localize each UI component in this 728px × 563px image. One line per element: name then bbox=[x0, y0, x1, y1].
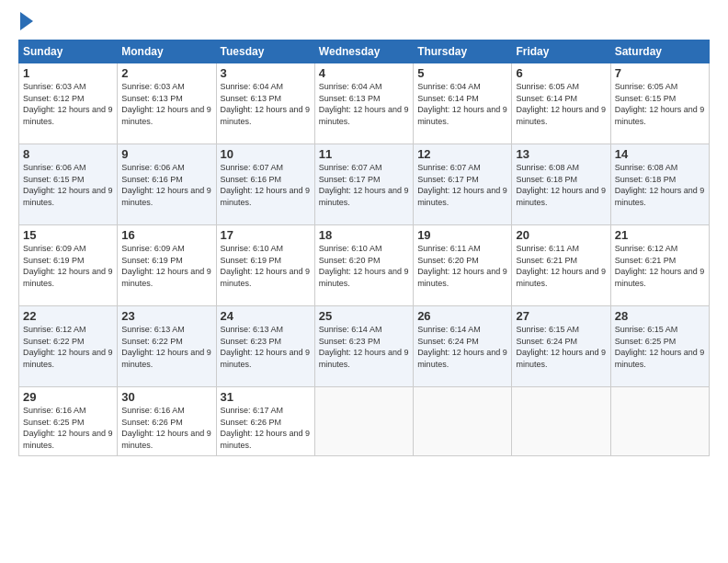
day-info: Sunrise: 6:07 AM Sunset: 6:16 PM Dayligh… bbox=[221, 162, 311, 208]
day-number: 6 bbox=[516, 66, 606, 80]
calendar-cell: 19Sunrise: 6:11 AM Sunset: 6:20 PM Dayli… bbox=[414, 225, 512, 306]
header bbox=[18, 14, 710, 30]
calendar-cell: 1Sunrise: 6:03 AM Sunset: 6:12 PM Daylig… bbox=[19, 63, 118, 144]
day-number: 20 bbox=[516, 228, 606, 242]
day-info: Sunrise: 6:04 AM Sunset: 6:13 PM Dayligh… bbox=[319, 81, 409, 127]
day-number: 26 bbox=[417, 309, 507, 323]
calendar-cell: 26Sunrise: 6:14 AM Sunset: 6:24 PM Dayli… bbox=[414, 306, 512, 387]
calendar-table: SundayMondayTuesdayWednesdayThursdayFrid… bbox=[18, 40, 710, 456]
calendar-cell: 13Sunrise: 6:08 AM Sunset: 6:18 PM Dayli… bbox=[512, 144, 610, 225]
calendar-cell: 15Sunrise: 6:09 AM Sunset: 6:19 PM Dayli… bbox=[19, 225, 118, 306]
day-info: Sunrise: 6:06 AM Sunset: 6:15 PM Dayligh… bbox=[23, 162, 113, 208]
calendar-cell bbox=[610, 387, 709, 456]
weekday-header-thursday: Thursday bbox=[414, 40, 512, 63]
calendar-cell: 29Sunrise: 6:16 AM Sunset: 6:25 PM Dayli… bbox=[19, 387, 118, 456]
day-info: Sunrise: 6:10 AM Sunset: 6:20 PM Dayligh… bbox=[319, 243, 409, 289]
day-number: 28 bbox=[615, 309, 705, 323]
day-number: 4 bbox=[319, 66, 409, 80]
calendar-week-3: 15Sunrise: 6:09 AM Sunset: 6:19 PM Dayli… bbox=[19, 225, 710, 306]
day-info: Sunrise: 6:07 AM Sunset: 6:17 PM Dayligh… bbox=[319, 162, 409, 208]
weekday-header-row: SundayMondayTuesdayWednesdayThursdayFrid… bbox=[19, 40, 710, 63]
calendar-cell: 20Sunrise: 6:11 AM Sunset: 6:21 PM Dayli… bbox=[512, 225, 610, 306]
day-number: 21 bbox=[615, 228, 705, 242]
day-number: 19 bbox=[417, 228, 507, 242]
weekday-header-wednesday: Wednesday bbox=[314, 40, 413, 63]
calendar-cell: 23Sunrise: 6:13 AM Sunset: 6:22 PM Dayli… bbox=[118, 306, 216, 387]
day-number: 10 bbox=[221, 147, 311, 161]
day-number: 12 bbox=[417, 147, 507, 161]
calendar-cell: 16Sunrise: 6:09 AM Sunset: 6:19 PM Dayli… bbox=[118, 225, 216, 306]
logo-arrow-icon bbox=[20, 12, 33, 30]
calendar-cell bbox=[314, 387, 413, 456]
calendar-cell: 25Sunrise: 6:14 AM Sunset: 6:23 PM Dayli… bbox=[314, 306, 413, 387]
day-number: 27 bbox=[516, 309, 606, 323]
day-info: Sunrise: 6:04 AM Sunset: 6:13 PM Dayligh… bbox=[221, 81, 311, 127]
day-number: 25 bbox=[319, 309, 409, 323]
day-info: Sunrise: 6:03 AM Sunset: 6:13 PM Dayligh… bbox=[121, 81, 211, 127]
weekday-header-friday: Friday bbox=[512, 40, 610, 63]
day-number: 15 bbox=[23, 228, 113, 242]
calendar-cell: 6Sunrise: 6:05 AM Sunset: 6:14 PM Daylig… bbox=[512, 63, 610, 144]
calendar-cell: 31Sunrise: 6:17 AM Sunset: 6:26 PM Dayli… bbox=[216, 387, 314, 456]
calendar-cell: 30Sunrise: 6:16 AM Sunset: 6:26 PM Dayli… bbox=[118, 387, 216, 456]
weekday-header-sunday: Sunday bbox=[19, 40, 118, 63]
calendar-cell: 9Sunrise: 6:06 AM Sunset: 6:16 PM Daylig… bbox=[118, 144, 216, 225]
day-info: Sunrise: 6:13 AM Sunset: 6:23 PM Dayligh… bbox=[221, 324, 311, 370]
day-info: Sunrise: 6:12 AM Sunset: 6:22 PM Dayligh… bbox=[23, 324, 113, 370]
calendar-cell: 11Sunrise: 6:07 AM Sunset: 6:17 PM Dayli… bbox=[314, 144, 413, 225]
day-number: 1 bbox=[23, 66, 113, 80]
calendar-week-4: 22Sunrise: 6:12 AM Sunset: 6:22 PM Dayli… bbox=[19, 306, 710, 387]
day-number: 29 bbox=[23, 390, 113, 404]
day-info: Sunrise: 6:16 AM Sunset: 6:26 PM Dayligh… bbox=[121, 405, 211, 451]
day-info: Sunrise: 6:15 AM Sunset: 6:25 PM Dayligh… bbox=[615, 324, 705, 370]
day-number: 31 bbox=[221, 390, 311, 404]
day-info: Sunrise: 6:09 AM Sunset: 6:19 PM Dayligh… bbox=[23, 243, 113, 289]
day-number: 22 bbox=[23, 309, 113, 323]
calendar-cell: 27Sunrise: 6:15 AM Sunset: 6:24 PM Dayli… bbox=[512, 306, 610, 387]
weekday-header-saturday: Saturday bbox=[610, 40, 709, 63]
day-info: Sunrise: 6:08 AM Sunset: 6:18 PM Dayligh… bbox=[615, 162, 705, 208]
day-number: 2 bbox=[121, 66, 211, 80]
calendar-week-1: 1Sunrise: 6:03 AM Sunset: 6:12 PM Daylig… bbox=[19, 63, 710, 144]
day-info: Sunrise: 6:05 AM Sunset: 6:15 PM Dayligh… bbox=[615, 81, 705, 127]
calendar-cell: 4Sunrise: 6:04 AM Sunset: 6:13 PM Daylig… bbox=[314, 63, 413, 144]
day-number: 7 bbox=[615, 66, 705, 80]
day-info: Sunrise: 6:04 AM Sunset: 6:14 PM Dayligh… bbox=[417, 81, 507, 127]
weekday-header-tuesday: Tuesday bbox=[216, 40, 314, 63]
day-number: 17 bbox=[221, 228, 311, 242]
day-number: 30 bbox=[121, 390, 211, 404]
day-number: 24 bbox=[221, 309, 311, 323]
day-info: Sunrise: 6:11 AM Sunset: 6:21 PM Dayligh… bbox=[516, 243, 606, 289]
calendar-cell bbox=[414, 387, 512, 456]
day-number: 16 bbox=[121, 228, 211, 242]
day-number: 23 bbox=[121, 309, 211, 323]
weekday-header-monday: Monday bbox=[118, 40, 216, 63]
calendar-week-5: 29Sunrise: 6:16 AM Sunset: 6:25 PM Dayli… bbox=[19, 387, 710, 456]
day-info: Sunrise: 6:06 AM Sunset: 6:16 PM Dayligh… bbox=[121, 162, 211, 208]
calendar-cell: 18Sunrise: 6:10 AM Sunset: 6:20 PM Dayli… bbox=[314, 225, 413, 306]
day-info: Sunrise: 6:15 AM Sunset: 6:24 PM Dayligh… bbox=[516, 324, 606, 370]
day-info: Sunrise: 6:12 AM Sunset: 6:21 PM Dayligh… bbox=[615, 243, 705, 289]
day-number: 13 bbox=[516, 147, 606, 161]
day-info: Sunrise: 6:10 AM Sunset: 6:19 PM Dayligh… bbox=[221, 243, 311, 289]
logo-text bbox=[18, 14, 33, 30]
day-info: Sunrise: 6:14 AM Sunset: 6:23 PM Dayligh… bbox=[319, 324, 409, 370]
day-number: 11 bbox=[319, 147, 409, 161]
calendar-cell: 28Sunrise: 6:15 AM Sunset: 6:25 PM Dayli… bbox=[610, 306, 709, 387]
calendar-cell: 10Sunrise: 6:07 AM Sunset: 6:16 PM Dayli… bbox=[216, 144, 314, 225]
day-info: Sunrise: 6:07 AM Sunset: 6:17 PM Dayligh… bbox=[417, 162, 507, 208]
calendar-cell: 3Sunrise: 6:04 AM Sunset: 6:13 PM Daylig… bbox=[216, 63, 314, 144]
calendar-cell: 24Sunrise: 6:13 AM Sunset: 6:23 PM Dayli… bbox=[216, 306, 314, 387]
calendar-cell: 5Sunrise: 6:04 AM Sunset: 6:14 PM Daylig… bbox=[414, 63, 512, 144]
day-number: 9 bbox=[121, 147, 211, 161]
calendar-cell: 17Sunrise: 6:10 AM Sunset: 6:19 PM Dayli… bbox=[216, 225, 314, 306]
logo bbox=[18, 14, 33, 30]
calendar-cell: 22Sunrise: 6:12 AM Sunset: 6:22 PM Dayli… bbox=[19, 306, 118, 387]
day-number: 3 bbox=[221, 66, 311, 80]
day-info: Sunrise: 6:11 AM Sunset: 6:20 PM Dayligh… bbox=[417, 243, 507, 289]
day-number: 14 bbox=[615, 147, 705, 161]
calendar-cell: 2Sunrise: 6:03 AM Sunset: 6:13 PM Daylig… bbox=[118, 63, 216, 144]
page: SundayMondayTuesdayWednesdayThursdayFrid… bbox=[0, 0, 728, 563]
calendar-cell: 7Sunrise: 6:05 AM Sunset: 6:15 PM Daylig… bbox=[610, 63, 709, 144]
day-info: Sunrise: 6:16 AM Sunset: 6:25 PM Dayligh… bbox=[23, 405, 113, 451]
